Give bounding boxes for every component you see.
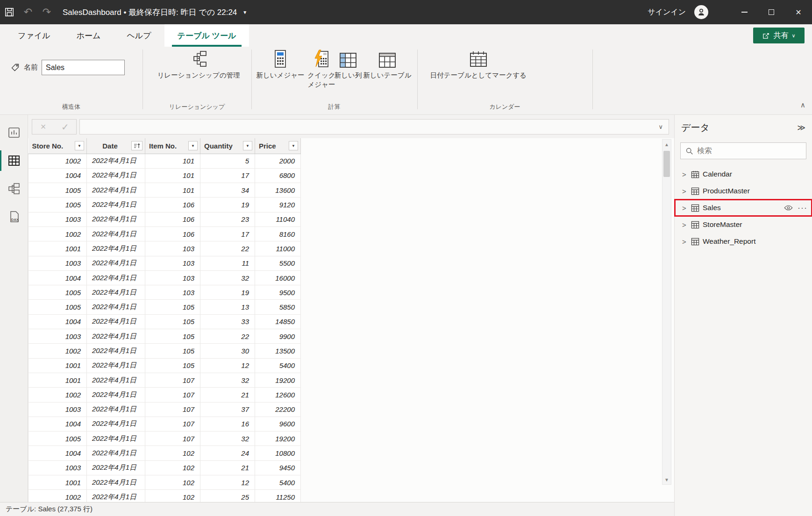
column-header-date[interactable]: Date [87,138,145,154]
cell-item-no[interactable]: 107 [145,373,200,387]
filter-dropdown-icon[interactable]: ▼ [289,141,298,150]
cell-date[interactable]: 2022年4月1日 [87,344,145,358]
cell-quantity[interactable]: 17 [200,226,255,241]
column-header-quantity[interactable]: Quantity ▼ [200,138,255,154]
new-column-button[interactable]: 新しい列 [334,49,363,80]
cell-store-no[interactable]: 1004 [28,417,87,431]
filter-dropdown-icon[interactable]: ▼ [243,141,252,150]
cell-price[interactable]: 13500 [255,344,301,358]
cell-store-no[interactable]: 1002 [28,154,87,168]
cell-store-no[interactable]: 1003 [28,402,87,417]
table-name-input[interactable] [42,60,125,75]
table-row[interactable]: 10022022年4月1日1053013500 [28,344,301,358]
cell-price[interactable]: 10800 [255,446,301,460]
cell-date[interactable]: 2022年4月1日 [87,417,145,431]
maximize-button[interactable] [758,0,785,24]
cell-item-no[interactable]: 107 [145,417,200,431]
cell-price[interactable]: 22200 [255,402,301,417]
cell-date[interactable]: 2022年4月1日 [87,373,145,387]
cell-item-no[interactable]: 105 [145,314,200,329]
table-row[interactable]: 10032022年4月1日105229900 [28,329,301,344]
table-row[interactable]: 10042022年4月1日101176800 [28,168,301,183]
cell-price[interactable]: 5400 [255,358,301,373]
cell-item-no[interactable]: 105 [145,329,200,344]
cell-price[interactable]: 9120 [255,198,301,212]
cell-store-no[interactable]: 1002 [28,226,87,241]
cell-item-no[interactable]: 101 [145,168,200,183]
cell-store-no[interactable]: 1005 [28,285,87,300]
cell-price[interactable]: 11000 [255,241,301,256]
cell-quantity[interactable]: 22 [200,241,255,256]
cell-store-no[interactable]: 1001 [28,358,87,373]
cell-quantity[interactable]: 30 [200,344,255,358]
cell-date[interactable]: 2022年4月1日 [87,285,145,300]
cell-price[interactable]: 16000 [255,270,301,285]
cell-store-no[interactable]: 1004 [28,314,87,329]
expand-chevron-icon[interactable]: > [682,221,688,229]
table-row[interactable]: 10012022年4月1日102125400 [28,475,301,490]
cell-date[interactable]: 2022年4月1日 [87,446,145,460]
cell-price[interactable]: 14850 [255,314,301,329]
cell-store-no[interactable]: 1003 [28,256,87,270]
cell-item-no[interactable]: 101 [145,183,200,198]
cell-date[interactable]: 2022年4月1日 [87,168,145,183]
formula-cancel-icon[interactable]: × [34,121,53,132]
sign-in-button[interactable]: サインイン [648,7,686,17]
cell-quantity[interactable]: 32 [200,431,255,446]
close-button[interactable]: ✕ [785,0,812,24]
formula-input[interactable]: ∨ [79,119,669,134]
sort-ascending-icon[interactable] [131,141,142,150]
cell-quantity[interactable]: 5 [200,154,255,168]
cell-date[interactable]: 2022年4月1日 [87,270,145,285]
hide-eye-icon[interactable] [784,205,793,211]
cell-item-no[interactable]: 101 [145,154,200,168]
tree-item-sales[interactable]: > Sales ··· [675,199,812,216]
cell-item-no[interactable]: 102 [145,475,200,490]
cell-quantity[interactable]: 23 [200,212,255,226]
cell-price[interactable]: 6800 [255,168,301,183]
cell-date[interactable]: 2022年4月1日 [87,431,145,446]
cell-quantity[interactable]: 19 [200,198,255,212]
cell-price[interactable]: 9600 [255,417,301,431]
minimize-button[interactable] [731,0,758,24]
tree-item-storemaster[interactable]: > StoreMaster [675,216,812,233]
expand-chevron-icon[interactable]: > [682,204,688,212]
manage-relationships-button[interactable]: リレーションシップの管理 [154,49,243,80]
cell-price[interactable]: 11040 [255,212,301,226]
table-row[interactable]: 10022022年4月1日1072112600 [28,388,301,402]
cell-store-no[interactable]: 1002 [28,388,87,402]
table-row[interactable]: 10012022年4月1日1032211000 [28,241,301,256]
column-header-price[interactable]: Price ▼ [255,138,301,154]
collapse-pane-icon[interactable]: ≫ [797,123,805,133]
cell-date[interactable]: 2022年4月1日 [87,183,145,198]
cell-price[interactable]: 9900 [255,329,301,344]
cell-date[interactable]: 2022年4月1日 [87,358,145,373]
cell-store-no[interactable]: 1004 [28,168,87,183]
column-header-store-no[interactable]: Store No. ▼ [28,138,87,154]
cell-quantity[interactable]: 13 [200,300,255,314]
cell-item-no[interactable]: 107 [145,388,200,402]
cell-item-no[interactable]: 103 [145,241,200,256]
data-view-button[interactable] [0,147,28,175]
new-table-button[interactable]: 新しいテーブル [361,49,414,80]
cell-quantity[interactable]: 34 [200,183,255,198]
scroll-up-icon[interactable]: ▲ [662,140,671,149]
title-caret-icon[interactable]: ▼ [242,10,247,15]
table-row[interactable]: 10032022年4月1日1062311040 [28,212,301,226]
cell-price[interactable]: 2000 [255,154,301,168]
table-row[interactable]: 10052022年4月1日1013413600 [28,183,301,198]
cell-store-no[interactable]: 1004 [28,446,87,460]
cell-store-no[interactable]: 1001 [28,475,87,490]
dax-query-view-button[interactable]: DAX [0,203,28,231]
cell-price[interactable]: 5400 [255,475,301,490]
cell-date[interactable]: 2022年4月1日 [87,475,145,490]
cell-item-no[interactable]: 102 [145,460,200,475]
cell-quantity[interactable]: 11 [200,256,255,270]
cell-quantity[interactable]: 19 [200,285,255,300]
cell-price[interactable]: 5850 [255,300,301,314]
share-button[interactable]: 共有 ∨ [753,28,805,43]
table-row[interactable]: 10022022年4月1日106178160 [28,226,301,241]
cell-store-no[interactable]: 1005 [28,198,87,212]
cell-date[interactable]: 2022年4月1日 [87,212,145,226]
table-row[interactable]: 10052022年4月1日105135850 [28,300,301,314]
